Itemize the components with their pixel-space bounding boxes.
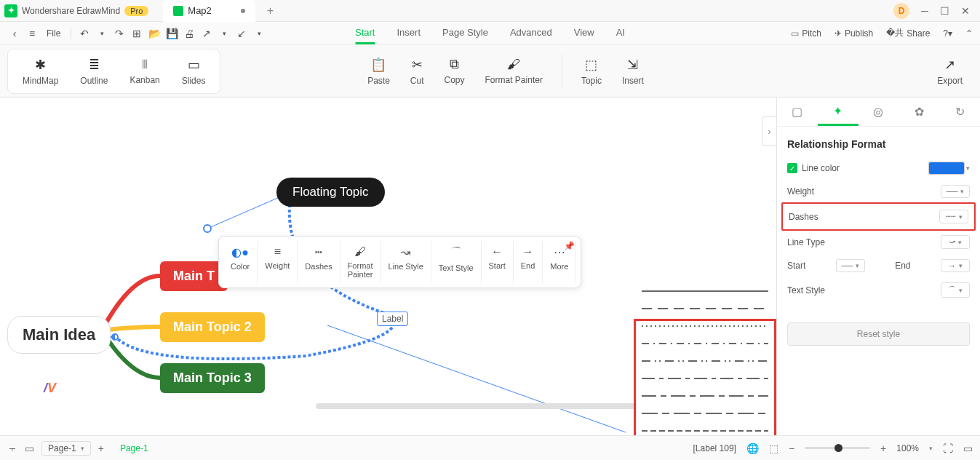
- pitch-button[interactable]: ▭ Pitch: [791, 28, 821, 39]
- collapse-panel-button[interactable]: ›: [762, 116, 776, 146]
- ft-format-painter-button[interactable]: 🖌FormatPainter: [340, 241, 381, 283]
- open-icon[interactable]: 📂: [147, 26, 162, 41]
- reset-style-button[interactable]: Reset style: [787, 322, 970, 346]
- outline-view-button[interactable]: ≣Outline: [70, 54, 118, 89]
- paste-button[interactable]: 📋Paste: [357, 54, 400, 89]
- horizontal-scrollbar[interactable]: [316, 403, 665, 409]
- fit-icon[interactable]: ⬚: [769, 443, 778, 454]
- cut-button[interactable]: ✂Cut: [400, 54, 434, 89]
- menu-icon[interactable]: ≡: [25, 26, 39, 41]
- ft-weight-button[interactable]: ≡Weight: [258, 241, 298, 283]
- statusbar: ⫟ ▭ Page-1 ▾ + Page-1 [Label 109] 🌐 ⬚ − …: [0, 435, 980, 460]
- add-page-button[interactable]: +: [98, 443, 104, 454]
- ft-dashes-button[interactable]: ┅Dashes: [298, 241, 340, 283]
- page-selector[interactable]: Page-1 ▾: [41, 441, 91, 456]
- pin-icon[interactable]: 📌: [564, 241, 575, 251]
- import-dd-icon[interactable]: ▾: [252, 26, 266, 41]
- import-icon[interactable]: ↙: [234, 26, 249, 41]
- collapse-ribbon-icon[interactable]: ⌃: [965, 28, 973, 39]
- doc-title: Map2: [188, 5, 212, 16]
- new-icon[interactable]: ⊞: [130, 26, 144, 41]
- lang-icon[interactable]: 🌐: [746, 443, 759, 454]
- ft-text-style-button[interactable]: ⌒Text Style: [431, 241, 482, 283]
- start-dropdown[interactable]: ── ▾: [836, 259, 865, 272]
- cut-icon: ✂: [412, 57, 423, 73]
- doc-icon: [173, 6, 183, 16]
- zoom-dd-icon[interactable]: ▾: [929, 445, 933, 452]
- topic-2-node[interactable]: Main Topic 2: [160, 312, 265, 342]
- file-menu[interactable]: File: [42, 28, 65, 39]
- zoom-level: 100%: [896, 443, 919, 453]
- text-style-dropdown[interactable]: ⌒ ▾: [941, 282, 970, 298]
- export-dd-icon[interactable]: ▾: [217, 26, 231, 41]
- panel-toggle-icon[interactable]: ▭: [25, 443, 34, 454]
- zoom-slider[interactable]: [805, 447, 870, 449]
- tab-start[interactable]: Start: [355, 23, 375, 44]
- maximize-button[interactable]: ☐: [940, 5, 949, 17]
- undo-icon[interactable]: ↶: [77, 26, 92, 41]
- ft-end-button[interactable]: →End: [514, 241, 543, 283]
- side-tab-history[interactable]: ↻: [939, 98, 980, 126]
- document-tab[interactable]: Map2: [163, 0, 255, 22]
- mindmap-view-button[interactable]: ✱MindMap: [12, 54, 68, 89]
- slides-view-button[interactable]: ▭Slides: [172, 54, 216, 89]
- user-avatar[interactable]: D: [893, 3, 909, 19]
- line-color-swatch[interactable]: [928, 162, 965, 175]
- topic-button[interactable]: ⬚Topic: [571, 54, 612, 89]
- export-button[interactable]: ↗Export: [927, 54, 973, 89]
- side-tab-marker[interactable]: ◎: [859, 98, 899, 126]
- copy-button[interactable]: ⧉Copy: [434, 54, 475, 88]
- add-tab-button[interactable]: +: [267, 4, 274, 17]
- help-button[interactable]: ?▾: [943, 28, 952, 39]
- line-color-row: ✓ Line color ▾: [787, 162, 970, 175]
- unsaved-dot-icon: [241, 9, 245, 13]
- ft-start-button[interactable]: ←Start: [482, 241, 514, 283]
- presentation-icon[interactable]: ▭: [963, 443, 973, 454]
- publish-button[interactable]: ✈ Publish: [834, 28, 873, 39]
- ft-color-button[interactable]: ◐●Color: [223, 241, 258, 283]
- dashes-dropdown[interactable]: ┄┄ ▾: [939, 210, 968, 223]
- export-qa-icon[interactable]: ↗: [199, 26, 214, 41]
- side-tab-format[interactable]: ▢: [777, 98, 818, 126]
- minimize-button[interactable]: ─: [921, 5, 928, 17]
- app-title: Wondershare EdrawMind: [22, 6, 120, 16]
- back-icon[interactable]: ‹: [7, 26, 22, 41]
- topic-3-node[interactable]: Main Topic 3: [160, 363, 265, 393]
- side-tab-icon[interactable]: ✿: [899, 98, 939, 126]
- line-type-dropdown[interactable]: ⤻ ▾: [941, 235, 970, 249]
- side-tab-style[interactable]: ✦: [818, 98, 859, 126]
- text-style-icon: ⌒: [450, 245, 462, 261]
- share-button[interactable]: �共 Share: [886, 27, 930, 39]
- tab-view[interactable]: View: [574, 23, 594, 44]
- undo-dd-icon[interactable]: ▾: [95, 26, 109, 41]
- tab-advanced[interactable]: Advanced: [510, 23, 552, 44]
- tab-ai[interactable]: AI: [616, 23, 625, 44]
- zoom-in-button[interactable]: +: [880, 443, 886, 454]
- insert-button[interactable]: ⇲Insert: [612, 54, 654, 89]
- close-button[interactable]: ✕: [961, 5, 970, 17]
- save-icon[interactable]: 💾: [164, 26, 179, 41]
- ft-line-style-button[interactable]: ↝Line Style: [381, 241, 431, 283]
- end-dropdown[interactable]: → ▾: [941, 259, 970, 272]
- menubar: ‹ ≡ File ↶ ▾ ↷ ⊞ 📂 💾 🖨 ↗ ▾ ↙ ▾ Start Ins…: [0, 22, 980, 45]
- kanban-view-button[interactable]: ⫴Kanban: [119, 54, 170, 89]
- redo-icon[interactable]: ↷: [112, 26, 127, 41]
- print-icon[interactable]: 🖨: [182, 26, 196, 41]
- selection-info: [Label 109]: [693, 443, 736, 453]
- outline-toggle-icon[interactable]: ⫟: [7, 443, 17, 454]
- format-painter-button[interactable]: 🖌Format Painter: [475, 54, 553, 88]
- page-tab[interactable]: Page-1: [120, 443, 148, 453]
- tab-page-style[interactable]: Page Style: [442, 23, 488, 44]
- main-idea-node[interactable]: Main Idea: [7, 316, 111, 354]
- floating-topic-node[interactable]: Floating Topic: [276, 178, 385, 207]
- tab-insert[interactable]: Insert: [397, 23, 421, 44]
- color-dd-icon[interactable]: ▾: [966, 164, 970, 172]
- zoom-out-button[interactable]: −: [789, 443, 794, 454]
- line-type-label: Line Type: [787, 237, 825, 247]
- relationship-label[interactable]: Label: [377, 312, 408, 326]
- line-color-checkbox[interactable]: ✓: [787, 163, 797, 173]
- svg-point-0: [204, 225, 211, 232]
- line-color-label: Line color: [802, 163, 840, 173]
- fullscreen-icon[interactable]: ⛶: [943, 443, 953, 454]
- weight-dropdown[interactable]: ── ▾: [941, 185, 970, 198]
